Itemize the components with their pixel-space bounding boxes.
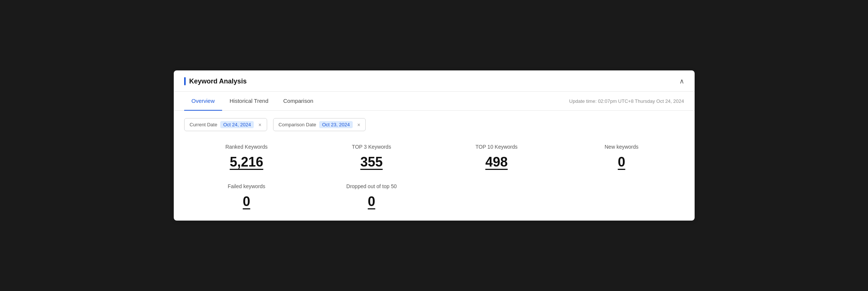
top3-keywords-label: TOP 3 Keywords xyxy=(352,144,391,150)
metric-failed-keywords: Failed keywords 0 xyxy=(184,183,309,209)
title-accent-bar xyxy=(184,77,186,85)
ranked-keywords-value: 5,216 xyxy=(230,154,263,170)
dropped-out-label: Dropped out of top 50 xyxy=(346,183,397,189)
comparison-date-label: Comparison Date xyxy=(279,122,316,127)
tabs-row: Overview Historical Trend Comparison Upd… xyxy=(174,92,695,111)
collapse-icon[interactable]: ∧ xyxy=(679,77,684,85)
card-header: Keyword Analysis ∧ xyxy=(174,70,695,92)
tab-overview[interactable]: Overview xyxy=(184,92,222,111)
top3-keywords-value: 355 xyxy=(360,154,382,170)
top10-keywords-value: 498 xyxy=(485,154,507,170)
current-date-filter: Current Date Oct 24, 2024 × xyxy=(184,118,267,131)
tab-comparison[interactable]: Comparison xyxy=(276,92,321,111)
top10-keywords-label: TOP 10 Keywords xyxy=(475,144,518,150)
ranked-keywords-label: Ranked Keywords xyxy=(225,144,268,150)
dropped-out-value: 0 xyxy=(368,194,375,209)
current-date-close[interactable]: × xyxy=(258,122,261,128)
update-time: Update time: 02:07pm UTC+8 Thursday Oct … xyxy=(569,98,684,104)
comparison-date-value: Oct 23, 2024 xyxy=(319,121,353,128)
new-keywords-label: New keywords xyxy=(605,144,638,150)
keyword-analysis-card: Keyword Analysis ∧ Overview Historical T… xyxy=(174,70,695,221)
metric-ranked-keywords: Ranked Keywords 5,216 xyxy=(184,144,309,170)
metrics-row-1: Ranked Keywords 5,216 TOP 3 Keywords 355… xyxy=(184,144,684,170)
tabs: Overview Historical Trend Comparison xyxy=(184,92,321,110)
failed-keywords-label: Failed keywords xyxy=(228,183,265,189)
failed-keywords-value: 0 xyxy=(243,194,250,209)
metric-new-keywords: New keywords 0 xyxy=(559,144,684,170)
card-title: Keyword Analysis xyxy=(189,78,247,85)
metrics-row-2: Failed keywords 0 Dropped out of top 50 … xyxy=(184,183,684,209)
metric-top3-keywords: TOP 3 Keywords 355 xyxy=(309,144,434,170)
comparison-date-filter: Comparison Date Oct 23, 2024 × xyxy=(273,118,366,131)
current-date-label: Current Date xyxy=(190,122,217,127)
new-keywords-value: 0 xyxy=(618,154,625,170)
metric-dropped-out: Dropped out of top 50 0 xyxy=(309,183,434,209)
metric-top10-keywords: TOP 10 Keywords 498 xyxy=(434,144,559,170)
tab-historical-trend[interactable]: Historical Trend xyxy=(222,92,276,111)
comparison-date-close[interactable]: × xyxy=(357,122,360,128)
filters-row: Current Date Oct 24, 2024 × Comparison D… xyxy=(174,111,695,135)
card-title-wrapper: Keyword Analysis xyxy=(184,77,247,85)
current-date-value: Oct 24, 2024 xyxy=(220,121,254,128)
metrics-section: Ranked Keywords 5,216 TOP 3 Keywords 355… xyxy=(174,135,695,221)
